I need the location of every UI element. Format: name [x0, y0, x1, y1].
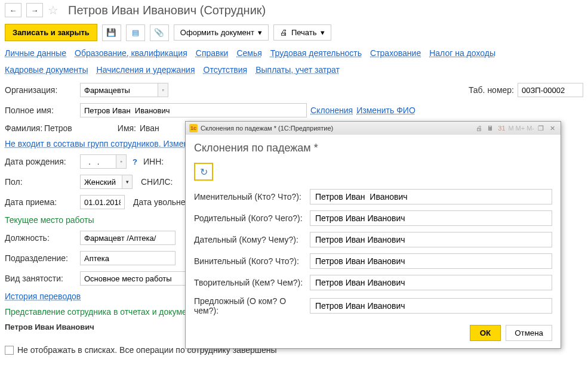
fullname-input[interactable] — [80, 103, 307, 117]
calendar-icon[interactable]: 31 — [497, 123, 506, 133]
surname-value: Петров — [44, 123, 72, 133]
hired-input[interactable] — [80, 195, 125, 209]
snils-label: СНИЛС: — [141, 177, 173, 187]
chevron-down-icon: ▾ — [258, 28, 262, 37]
arrow-right-icon: → — [31, 6, 39, 15]
ok-button[interactable]: ОК — [470, 325, 501, 341]
dept-input[interactable] — [80, 251, 176, 265]
case-dative-input[interactable] — [310, 232, 552, 247]
calculator-icon[interactable]: 🖩 — [485, 123, 495, 133]
chevron-down-icon: ▾ — [126, 179, 129, 185]
dept-label: Подразделение: — [5, 253, 76, 263]
tab-tax[interactable]: Налог на доходы — [429, 48, 495, 58]
star-icon[interactable]: ☆ — [48, 3, 59, 17]
m-minus-button: M- — [527, 125, 534, 132]
tab-hr-docs[interactable]: Кадровые документы — [5, 65, 88, 75]
printer-icon[interactable]: 🖨 — [474, 123, 484, 133]
sex-label: Пол: — [5, 177, 76, 187]
history-link[interactable]: История переводов — [5, 292, 81, 301]
currentjob-heading: Текущее место работы — [5, 215, 94, 225]
case-dative-label: Дательный (Кому? Чему?): — [194, 235, 305, 244]
case-instrumental-label: Творительный (Кем? Чем?): — [194, 278, 305, 287]
surname-label: Фамилия: — [5, 123, 41, 133]
save-close-button[interactable]: Записать и закрыть — [5, 24, 97, 41]
tabnum-input[interactable] — [518, 83, 583, 97]
hide-checkbox[interactable] — [5, 346, 14, 355]
close-icon[interactable]: ✕ — [547, 123, 557, 133]
create-document-button[interactable]: Оформить документ▾ — [174, 24, 269, 41]
org-input[interactable] — [80, 83, 158, 97]
open-icon: ▫ — [162, 87, 164, 93]
position-label: Должность: — [5, 233, 76, 243]
case-accusative-input[interactable] — [310, 253, 552, 269]
nav-forward-button[interactable]: → — [26, 3, 43, 17]
modal-heading: Склонения по падежам * — [194, 142, 552, 154]
case-genitive-input[interactable] — [310, 210, 552, 226]
dob-input[interactable] — [80, 154, 116, 169]
case-genitive-label: Родительный (Кого? Чего?): — [194, 213, 305, 223]
tab-payroll[interactable]: Начисления и удержания — [97, 65, 195, 75]
tab-references[interactable]: Справки — [196, 48, 229, 58]
fullname-label: Полное имя: — [5, 106, 76, 115]
list-button[interactable]: ▤ — [126, 24, 145, 41]
tab-education[interactable]: Образование, квалификация — [75, 48, 187, 58]
refresh-button[interactable]: ↻ — [194, 163, 213, 181]
cancel-button[interactable]: Отмена — [506, 325, 552, 341]
dob-label: Дата рождения: — [5, 157, 76, 166]
change-fio-link[interactable]: Изменить ФИО — [356, 106, 415, 115]
tabs-row-1: Личные данные Образование, квалификация … — [0, 45, 588, 61]
printer-icon: 🖨 — [280, 28, 288, 37]
case-instrumental-input[interactable] — [310, 275, 552, 290]
refresh-icon: ↻ — [200, 166, 208, 178]
tab-personal[interactable]: Личные данные — [5, 48, 66, 58]
attach-button[interactable]: 📎 — [150, 24, 169, 41]
declensions-link[interactable]: Склонения — [310, 106, 353, 115]
tab-insurance[interactable]: Страхование — [370, 48, 421, 58]
name-value: Иван — [140, 123, 159, 133]
page-title: Петров Иван Иванович (Сотрудник) — [68, 4, 266, 17]
help-icon[interactable]: ? — [133, 157, 137, 166]
case-prepositional-label: Предложный (О ком? О чем?): — [194, 296, 305, 315]
paperclip-icon: 📎 — [154, 28, 164, 37]
tab-payments[interactable]: Выплаты, учет затрат — [255, 65, 340, 75]
emptype-input[interactable] — [80, 271, 187, 286]
m-button: M — [508, 125, 513, 132]
employee-display-name: Петров Иван Иванович — [5, 323, 94, 331]
groups-link[interactable]: Не входит в составы групп сотрудников. И… — [5, 139, 193, 148]
emptype-label: Вид занятости: — [5, 274, 76, 283]
save-button[interactable]: 💾 — [102, 24, 121, 41]
window-restore-icon[interactable]: ❐ — [536, 123, 546, 133]
sex-dropdown-button[interactable]: ▾ — [122, 175, 133, 189]
calendar-icon: ▫ — [120, 159, 122, 165]
document-icon: ▤ — [132, 28, 139, 37]
modal-titlebar-text: Склонения по падежам * (1С:Предприятие) — [201, 125, 333, 132]
floppy-icon: 💾 — [106, 28, 116, 37]
nav-back-button[interactable]: ← — [5, 3, 21, 17]
sex-input[interactable] — [80, 175, 122, 189]
case-accusative-label: Винительный (Кого? Что?): — [194, 256, 305, 266]
fired-label: Дата увольне — [133, 197, 186, 207]
position-input[interactable] — [80, 231, 176, 245]
m-plus-button: M+ — [516, 125, 525, 132]
arrow-left-icon: ← — [10, 6, 17, 15]
name-label: Имя: — [118, 123, 136, 133]
inn-label: ИНН: — [143, 157, 164, 166]
reports-heading: Представление сотрудника в отчетах и док… — [5, 307, 200, 317]
org-select-button[interactable]: ▫ — [158, 83, 168, 97]
print-button[interactable]: 🖨Печать▾ — [273, 24, 331, 41]
case-nominative-input[interactable] — [310, 189, 552, 204]
tabs-row-2: Кадровые документы Начисления и удержани… — [0, 61, 588, 78]
tab-work[interactable]: Трудовая деятельность — [270, 48, 362, 58]
case-prepositional-input[interactable] — [310, 298, 552, 314]
modal-titlebar: 1c Склонения по падежам * (1С:Предприяти… — [186, 122, 561, 135]
case-nominative-label: Именительный (Кто? Что?): — [194, 192, 305, 202]
tab-absence[interactable]: Отсутствия — [204, 65, 248, 75]
dob-calendar-button[interactable]: ▫ — [116, 154, 127, 169]
org-label: Организация: — [5, 85, 76, 95]
tabnum-label: Таб. номер: — [469, 85, 514, 95]
chevron-down-icon: ▾ — [321, 28, 325, 37]
tab-family[interactable]: Семья — [236, 48, 261, 58]
app-1c-icon: 1c — [189, 124, 198, 132]
declensions-modal: 1c Склонения по падежам * (1С:Предприяти… — [185, 121, 561, 349]
hired-label: Дата приема: — [5, 197, 76, 207]
